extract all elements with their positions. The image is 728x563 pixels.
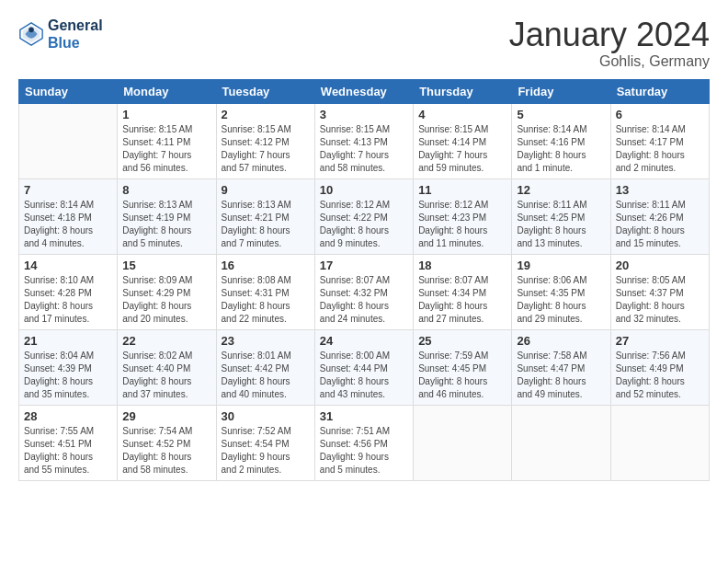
calendar-cell: 17Sunrise: 8:07 AM Sunset: 4:32 PM Dayli… bbox=[314, 254, 413, 329]
day-number: 4 bbox=[418, 108, 506, 121]
page: General Blue January 2024 Gohlis, German… bbox=[0, 0, 728, 563]
col-monday: Monday bbox=[118, 79, 216, 103]
calendar-cell: 9Sunrise: 8:13 AM Sunset: 4:21 PM Daylig… bbox=[216, 178, 314, 254]
week-row-4: 21Sunrise: 8:04 AM Sunset: 4:39 PM Dayli… bbox=[19, 329, 710, 405]
calendar-cell: 10Sunrise: 8:12 AM Sunset: 4:22 PM Dayli… bbox=[314, 178, 413, 254]
day-info: Sunrise: 7:52 AM Sunset: 4:54 PM Dayligh… bbox=[222, 425, 310, 477]
calendar-cell: 26Sunrise: 7:58 AM Sunset: 4:47 PM Dayli… bbox=[512, 329, 610, 405]
day-info: Sunrise: 8:12 AM Sunset: 4:22 PM Dayligh… bbox=[320, 199, 408, 250]
day-info: Sunrise: 7:59 AM Sunset: 4:45 PM Dayligh… bbox=[418, 350, 506, 401]
calendar-cell: 5Sunrise: 8:14 AM Sunset: 4:16 PM Daylig… bbox=[512, 103, 610, 178]
day-number: 17 bbox=[320, 259, 408, 272]
day-info: Sunrise: 8:11 AM Sunset: 4:26 PM Dayligh… bbox=[616, 199, 704, 250]
day-number: 11 bbox=[418, 183, 506, 197]
calendar-cell: 25Sunrise: 7:59 AM Sunset: 4:45 PM Dayli… bbox=[414, 329, 512, 405]
calendar-cell: 27Sunrise: 7:56 AM Sunset: 4:49 PM Dayli… bbox=[610, 329, 709, 405]
day-number: 19 bbox=[517, 259, 605, 272]
day-number: 10 bbox=[320, 183, 408, 197]
day-info: Sunrise: 8:12 AM Sunset: 4:23 PM Dayligh… bbox=[418, 199, 506, 250]
day-number: 5 bbox=[517, 108, 605, 121]
day-number: 1 bbox=[122, 108, 210, 121]
day-info: Sunrise: 8:15 AM Sunset: 4:12 PM Dayligh… bbox=[222, 123, 310, 175]
day-number: 24 bbox=[320, 334, 408, 348]
day-number: 9 bbox=[222, 183, 310, 197]
day-number: 31 bbox=[320, 409, 408, 423]
logo-icon bbox=[18, 21, 44, 47]
day-number: 20 bbox=[616, 259, 704, 272]
calendar-cell: 7Sunrise: 8:14 AM Sunset: 4:18 PM Daylig… bbox=[19, 178, 118, 254]
week-row-1: 1Sunrise: 8:15 AM Sunset: 4:11 PM Daylig… bbox=[19, 103, 710, 178]
day-info: Sunrise: 8:14 AM Sunset: 4:17 PM Dayligh… bbox=[616, 123, 704, 175]
calendar-table: Sunday Monday Tuesday Wednesday Thursday… bbox=[18, 79, 710, 481]
day-info: Sunrise: 8:15 AM Sunset: 4:13 PM Dayligh… bbox=[320, 123, 408, 175]
day-number: 15 bbox=[122, 259, 210, 272]
calendar-cell: 30Sunrise: 7:52 AM Sunset: 4:54 PM Dayli… bbox=[216, 405, 314, 480]
day-number: 25 bbox=[418, 334, 506, 348]
week-row-3: 14Sunrise: 8:10 AM Sunset: 4:28 PM Dayli… bbox=[19, 254, 710, 329]
day-number: 12 bbox=[517, 183, 605, 197]
calendar-cell: 28Sunrise: 7:55 AM Sunset: 4:51 PM Dayli… bbox=[19, 405, 118, 480]
day-info: Sunrise: 7:58 AM Sunset: 4:47 PM Dayligh… bbox=[517, 350, 605, 401]
calendar-cell: 13Sunrise: 8:11 AM Sunset: 4:26 PM Dayli… bbox=[610, 178, 709, 254]
day-number: 21 bbox=[24, 334, 112, 348]
day-info: Sunrise: 8:07 AM Sunset: 4:32 PM Dayligh… bbox=[320, 274, 408, 326]
day-number: 28 bbox=[24, 409, 112, 423]
week-row-5: 28Sunrise: 7:55 AM Sunset: 4:51 PM Dayli… bbox=[19, 405, 710, 480]
calendar-cell bbox=[512, 405, 610, 480]
col-friday: Friday bbox=[512, 79, 610, 103]
col-tuesday: Tuesday bbox=[216, 79, 314, 103]
day-info: Sunrise: 7:55 AM Sunset: 4:51 PM Dayligh… bbox=[24, 425, 112, 477]
col-sunday: Sunday bbox=[19, 79, 118, 103]
header: General Blue January 2024 Gohlis, German… bbox=[18, 17, 710, 70]
day-info: Sunrise: 8:15 AM Sunset: 4:11 PM Dayligh… bbox=[122, 123, 210, 175]
day-number: 2 bbox=[222, 108, 310, 121]
calendar-cell: 6Sunrise: 8:14 AM Sunset: 4:17 PM Daylig… bbox=[610, 103, 709, 178]
day-info: Sunrise: 8:00 AM Sunset: 4:44 PM Dayligh… bbox=[320, 350, 408, 401]
day-number: 29 bbox=[122, 409, 210, 423]
day-number: 27 bbox=[616, 334, 704, 348]
week-row-2: 7Sunrise: 8:14 AM Sunset: 4:18 PM Daylig… bbox=[19, 178, 710, 254]
calendar-cell: 12Sunrise: 8:11 AM Sunset: 4:25 PM Dayli… bbox=[512, 178, 610, 254]
day-number: 22 bbox=[122, 334, 210, 348]
calendar-cell: 15Sunrise: 8:09 AM Sunset: 4:29 PM Dayli… bbox=[118, 254, 216, 329]
col-saturday: Saturday bbox=[610, 79, 709, 103]
day-info: Sunrise: 8:13 AM Sunset: 4:21 PM Dayligh… bbox=[222, 199, 310, 250]
calendar-cell: 16Sunrise: 8:08 AM Sunset: 4:31 PM Dayli… bbox=[216, 254, 314, 329]
location-subtitle: Gohlis, Germany bbox=[509, 53, 710, 70]
day-info: Sunrise: 8:02 AM Sunset: 4:40 PM Dayligh… bbox=[122, 350, 210, 401]
calendar-cell bbox=[414, 405, 512, 480]
day-number: 14 bbox=[24, 259, 112, 272]
calendar-cell: 24Sunrise: 8:00 AM Sunset: 4:44 PM Dayli… bbox=[314, 329, 413, 405]
month-title: January 2024 bbox=[509, 17, 710, 53]
calendar-cell: 4Sunrise: 8:15 AM Sunset: 4:14 PM Daylig… bbox=[414, 103, 512, 178]
day-number: 3 bbox=[320, 108, 408, 121]
day-info: Sunrise: 8:14 AM Sunset: 4:18 PM Dayligh… bbox=[24, 199, 112, 250]
calendar-cell: 21Sunrise: 8:04 AM Sunset: 4:39 PM Dayli… bbox=[19, 329, 118, 405]
day-info: Sunrise: 8:13 AM Sunset: 4:19 PM Dayligh… bbox=[122, 199, 210, 250]
day-number: 26 bbox=[517, 334, 605, 348]
day-info: Sunrise: 7:51 AM Sunset: 4:56 PM Dayligh… bbox=[320, 425, 408, 477]
day-number: 6 bbox=[616, 108, 704, 121]
calendar-cell: 19Sunrise: 8:06 AM Sunset: 4:35 PM Dayli… bbox=[512, 254, 610, 329]
day-number: 23 bbox=[222, 334, 310, 348]
logo-text: General Blue bbox=[48, 17, 103, 52]
col-thursday: Thursday bbox=[414, 79, 512, 103]
calendar-cell: 1Sunrise: 8:15 AM Sunset: 4:11 PM Daylig… bbox=[118, 103, 216, 178]
day-number: 13 bbox=[616, 183, 704, 197]
day-number: 30 bbox=[222, 409, 310, 423]
day-info: Sunrise: 8:01 AM Sunset: 4:42 PM Dayligh… bbox=[222, 350, 310, 401]
svg-point-2 bbox=[28, 28, 34, 33]
day-info: Sunrise: 8:08 AM Sunset: 4:31 PM Dayligh… bbox=[222, 274, 310, 326]
calendar-cell: 31Sunrise: 7:51 AM Sunset: 4:56 PM Dayli… bbox=[314, 405, 413, 480]
day-info: Sunrise: 8:15 AM Sunset: 4:14 PM Dayligh… bbox=[418, 123, 506, 175]
calendar-cell bbox=[19, 103, 118, 178]
calendar-cell: 2Sunrise: 8:15 AM Sunset: 4:12 PM Daylig… bbox=[216, 103, 314, 178]
calendar-cell: 18Sunrise: 8:07 AM Sunset: 4:34 PM Dayli… bbox=[414, 254, 512, 329]
calendar-header-row: Sunday Monday Tuesday Wednesday Thursday… bbox=[19, 79, 710, 103]
day-info: Sunrise: 8:06 AM Sunset: 4:35 PM Dayligh… bbox=[517, 274, 605, 326]
calendar-cell: 14Sunrise: 8:10 AM Sunset: 4:28 PM Dayli… bbox=[19, 254, 118, 329]
calendar-cell: 11Sunrise: 8:12 AM Sunset: 4:23 PM Dayli… bbox=[414, 178, 512, 254]
day-number: 8 bbox=[122, 183, 210, 197]
title-block: January 2024 Gohlis, Germany bbox=[509, 17, 710, 70]
calendar-cell bbox=[610, 405, 709, 480]
